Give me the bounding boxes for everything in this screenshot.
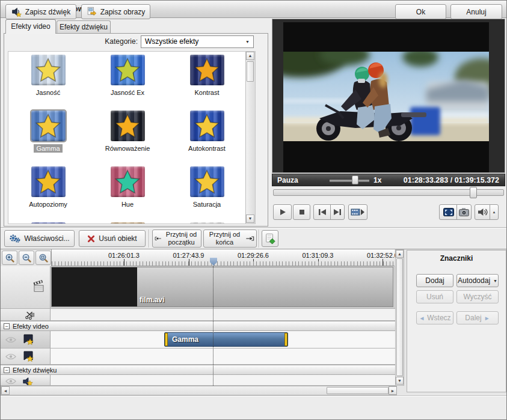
cancel-button[interactable]: Anuluj: [450, 4, 502, 19]
cut-track[interactable]: [51, 309, 395, 321]
video-effect-icon[interactable]: [22, 333, 34, 345]
tab-video-effects[interactable]: Efekty video: [5, 19, 56, 34]
video-effect-track1-header: [1, 331, 51, 348]
video-effect-track1[interactable]: Gamma: [51, 331, 395, 348]
next-frame-button[interactable]: [330, 204, 345, 220]
marker-remove-button[interactable]: Usuń: [416, 290, 453, 303]
marker-autoadd-button[interactable]: Autododaj ▼: [456, 274, 499, 287]
trim-start-button[interactable]: Przytnij od początku: [152, 230, 201, 248]
audio-effect-track[interactable]: [51, 375, 395, 386]
category-value: Wszystkie efekty: [145, 37, 198, 46]
effect-item-hue[interactable]: Hue: [88, 166, 167, 222]
audio-effects-section-header[interactable]: − Efekty dźwięku: [1, 365, 395, 375]
effect-star-icon: [190, 166, 224, 197]
effect-item[interactable]: [8, 222, 88, 224]
effect-item[interactable]: [167, 222, 247, 224]
playback-state: Pauza: [277, 176, 298, 184]
effect-item-jasność[interactable]: Jasność: [8, 55, 88, 111]
video-track[interactable]: film.avi: [51, 266, 395, 309]
effect-item[interactable]: [88, 222, 167, 224]
trim-end-button[interactable]: Przytnij od końca: [203, 230, 257, 248]
clip-name-label: film.avi: [140, 296, 164, 304]
scroll-up-icon[interactable]: ▲: [396, 250, 404, 258]
timeline-hscrollbar[interactable]: ◄ ►: [1, 386, 397, 395]
eye-icon[interactable]: [5, 378, 16, 385]
snapshot-button[interactable]: [456, 204, 472, 220]
volume-expand-icon[interactable]: ▲: [490, 204, 499, 220]
trim-start-icon: [155, 235, 162, 242]
effect-item-autopoziomy[interactable]: Autopoziomy: [8, 166, 88, 222]
video-effect-track2[interactable]: [51, 348, 395, 365]
tab-audio-effects[interactable]: Efekty dźwięku: [57, 20, 111, 34]
star-icon: [114, 169, 141, 195]
timeline-ruler[interactable]: 01:26:01.301:27:43.901:29:26.601:31:09.3…: [51, 249, 395, 266]
scroll-down-icon[interactable]: ▼: [396, 377, 404, 385]
timeline-tick-label: 01:26:01.3: [108, 252, 140, 259]
ok-button[interactable]: Ok: [395, 4, 446, 19]
speaker-icon: [478, 208, 488, 216]
zoom-fit-button[interactable]: [35, 251, 51, 265]
category-select[interactable]: Wszystkie efekty ▼: [141, 35, 254, 48]
effect-item-równoważenie[interactable]: Równoważenie: [88, 111, 167, 166]
eye-icon[interactable]: [5, 353, 16, 360]
speed-slider-handle[interactable]: [352, 175, 358, 184]
audio-effect-icon[interactable]: [22, 376, 33, 386]
zoom-in-button[interactable]: [2, 251, 17, 265]
markers-panel: Znaczniki Dodaj Autododaj ▼ Usuń Wyczyść…: [407, 250, 506, 392]
scrollbar-thumb[interactable]: [327, 387, 389, 394]
scroll-right-icon[interactable]: ►: [389, 386, 397, 395]
seek-handle[interactable]: [470, 187, 477, 198]
clip-thumbnail: [52, 267, 137, 306]
play-button[interactable]: [273, 204, 292, 220]
save-audio-button[interactable]: Zapisz dźwięk: [5, 4, 76, 19]
video-preview: [283, 22, 489, 172]
fullscreen-button[interactable]: [439, 204, 458, 220]
effect-item-saturacja[interactable]: Saturacja: [167, 166, 247, 222]
marker-back-button[interactable]: ◄ Wstecz: [416, 311, 453, 324]
eye-icon[interactable]: [5, 336, 16, 343]
effect-item-autokontrast[interactable]: Autokontrast: [167, 111, 247, 166]
marker-clear-button[interactable]: Wyczyść: [456, 290, 499, 303]
back-arrow-icon: ◄: [419, 315, 425, 321]
timeline-tick-label: 01:27:43.9: [173, 252, 204, 259]
stop-button[interactable]: [293, 204, 310, 220]
effect-star-icon: [31, 111, 66, 141]
scrollbar-thumb[interactable]: [396, 258, 403, 376]
effect-label: Autokontrast: [186, 144, 228, 153]
gamma-effect-clip[interactable]: Gamma: [164, 332, 288, 347]
delete-object-label: Usuń obiekt: [99, 234, 137, 243]
effect-item-kontrast[interactable]: Kontrast: [167, 55, 247, 111]
scrollbar-thumb[interactable]: [247, 61, 254, 82]
video-effect-icon[interactable]: [22, 350, 34, 362]
marker-autoadd-label: Autododaj: [458, 276, 490, 285]
audio-effects-section-label: Efekty dźwięku: [13, 367, 57, 374]
video-clip[interactable]: film.avi: [51, 267, 393, 307]
collapse-icon[interactable]: −: [4, 367, 10, 373]
scissors-icon: [25, 310, 35, 320]
speed-slider[interactable]: [330, 180, 369, 181]
scroll-up-icon[interactable]: ▲: [246, 52, 254, 60]
save-images-button[interactable]: Zapisz obrazy: [81, 4, 150, 19]
previous-frame-button[interactable]: [313, 204, 331, 220]
timeline-vscrollbar[interactable]: ▲ ▼: [395, 249, 404, 386]
scroll-left-icon[interactable]: ◄: [1, 386, 10, 395]
export-frame-button[interactable]: [262, 230, 278, 247]
marker-back-label: Wstecz: [427, 314, 450, 322]
effect-star-icon: [111, 222, 145, 224]
tile-curtain: [31, 222, 66, 224]
scroll-down-icon[interactable]: ▼: [246, 215, 254, 223]
video-effects-section-header[interactable]: − Efekty video: [1, 321, 395, 331]
marker-add-button[interactable]: Dodaj: [416, 274, 453, 287]
properties-button[interactable]: Właściwości...: [4, 230, 75, 247]
zoom-out-button[interactable]: [19, 251, 34, 265]
effect-item-gamma[interactable]: Gamma: [8, 111, 88, 166]
timeline: 01:26:01.301:27:43.901:29:26.601:31:09.3…: [1, 249, 507, 395]
effect-item-jasność-ex[interactable]: Jasność Ex: [88, 55, 167, 111]
step-playback-button[interactable]: [348, 204, 367, 220]
effects-scrollbar[interactable]: ▲ ▼: [245, 52, 255, 224]
collapse-icon[interactable]: −: [4, 323, 10, 329]
delete-object-button[interactable]: Usuń obiekt: [79, 230, 146, 247]
volume-button[interactable]: [475, 204, 491, 220]
effect-star-icon: [190, 55, 224, 85]
marker-forward-button[interactable]: Dalej ►: [456, 311, 499, 324]
